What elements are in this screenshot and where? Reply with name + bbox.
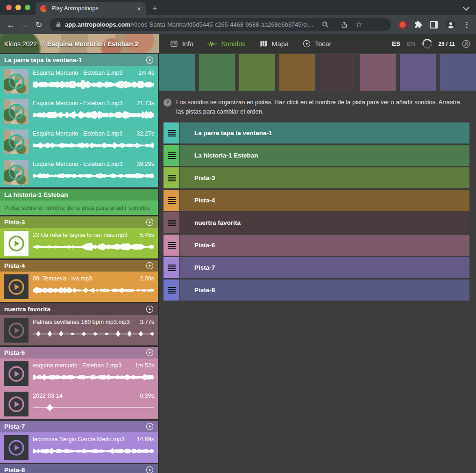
audio-clip[interactable]: 2022-03-14 0.39s (0, 389, 158, 419)
track-row-label: Pista-8 (194, 287, 215, 294)
reload-button[interactable]: ↻ (32, 21, 46, 29)
clip-thumbnail[interactable] (4, 361, 28, 386)
clip-thumbnail[interactable] (4, 274, 28, 299)
zoom-out-icon[interactable] (321, 21, 329, 29)
track-header[interactable]: Pista-3 (0, 216, 158, 228)
clip-play-icon (8, 322, 25, 339)
lang-es-button[interactable]: ES (392, 40, 400, 47)
waveform (33, 446, 154, 457)
lang-en-button[interactable]: EN (407, 40, 416, 47)
track-row[interactable]: Pista-4 (163, 190, 469, 211)
browser-profile-avatar[interactable] (446, 20, 456, 30)
maximize-window-button[interactable] (25, 5, 30, 10)
clip-thumbnail[interactable] (4, 129, 28, 154)
drag-handle[interactable] (163, 257, 179, 278)
track-row[interactable]: La parra tapa la ventana-1 (163, 122, 469, 143)
audio-clip[interactable]: 22 Ua reka te tagnia to rau niau.mp3 5.4… (0, 228, 158, 258)
track-header[interactable]: Pista-8 (0, 464, 158, 473)
track-header[interactable]: nuertra favorita (0, 303, 158, 315)
track-row[interactable]: nuertra favorita (163, 212, 469, 233)
drag-handle[interactable] (163, 122, 179, 143)
track-play-button[interactable] (146, 423, 154, 430)
sidebar-track-section: Pista-4 09. Temaeva - Iva.mp3 2.09s (0, 260, 158, 302)
track-row[interactable]: Pista-7 (163, 257, 469, 278)
track-body: lacrimosa Sergio García Merlo.mp3 14.69s (0, 432, 158, 463)
track-play-button[interactable] (146, 218, 154, 226)
track-row[interactable]: Pista-6 (163, 235, 469, 256)
share-icon[interactable] (341, 21, 348, 29)
bookmark-star-icon[interactable]: ☆ (355, 20, 362, 29)
tab-mapa[interactable]: Mapa (260, 40, 289, 48)
clip-thumbnail[interactable] (4, 392, 28, 416)
tab-close-icon[interactable]: × (137, 5, 141, 12)
track-row-bar[interactable]: Pista-3 (180, 167, 469, 188)
track-play-button[interactable] (146, 56, 154, 64)
drag-handle[interactable] (163, 167, 179, 188)
browser-menu-icon[interactable]: ⋮ (463, 21, 470, 29)
new-tab-button[interactable]: + (152, 4, 157, 13)
track-header[interactable]: Pista-6 (0, 347, 158, 358)
audio-clip[interactable]: lacrimosa Sergio García Merlo.mp3 14.69s (0, 432, 158, 463)
account-icon[interactable] (462, 39, 471, 49)
track-header[interactable]: La historia-1 Esteban (0, 189, 158, 201)
clip-thumbnail[interactable] (4, 99, 28, 124)
track-play-button[interactable] (146, 466, 154, 473)
clip-thumbnail[interactable] (4, 69, 28, 93)
track-row-bar[interactable]: La historia-1 Esteban (180, 145, 469, 166)
track-color-swatch (159, 54, 195, 91)
audio-clip[interactable]: Esquina Mercurio - Esteban 2.mp3 32.27s (0, 127, 158, 157)
tab-sonidos[interactable]: Sonidos (207, 40, 245, 48)
audio-clip[interactable]: Palmas sevillanas 160 bpm mp3.mp3 3.77s (0, 315, 158, 345)
track-row-bar[interactable]: Pista-8 (180, 280, 469, 301)
clip-thumbnail[interactable] (4, 435, 28, 460)
clip-duration: 39.29s (136, 161, 154, 167)
waveform (33, 372, 154, 383)
track-row[interactable]: La historia-1 Esteban (163, 145, 469, 166)
recording-indicator-icon[interactable] (400, 22, 405, 28)
drag-handle[interactable] (163, 212, 179, 233)
tab-info[interactable]: Info (170, 40, 193, 48)
audio-clip[interactable]: Esquina Mercurio - Esteban 2.mp3 1m 4s (0, 66, 158, 96)
address-bar[interactable]: app.antropoloops.com/Kleos-Santa-Marina/… (50, 18, 391, 31)
tab-search-chevron-icon[interactable] (463, 4, 469, 11)
track-row-bar[interactable]: La parra tapa la ventana-1 (180, 122, 469, 143)
track-header[interactable]: Pista-4 (0, 260, 158, 272)
drag-handle[interactable] (163, 280, 179, 301)
sidebar: La parra tapa la ventana-1 Esquina Mercu… (0, 53, 159, 473)
track-play-button[interactable] (146, 262, 154, 270)
track-row-bar[interactable]: Pista-6 (180, 235, 469, 256)
track-row-bar[interactable]: Pista-7 (180, 257, 469, 278)
audio-clip[interactable]: esquina mercurio : Esteban 2.mp3 1m 52s (0, 358, 158, 389)
clip-thumbnail[interactable] (4, 318, 28, 343)
track-header[interactable]: Pista-7 (0, 421, 158, 432)
drag-handle[interactable] (163, 190, 179, 211)
track-row-bar[interactable]: Pista-4 (180, 190, 469, 211)
clip-thumbnail[interactable] (4, 160, 28, 185)
track-row-bar[interactable]: nuertra favorita (180, 212, 469, 233)
track-row[interactable]: Pista-8 (163, 280, 469, 301)
help-text: Los sonidos se organizan en pistas. Haz … (176, 98, 466, 116)
forward-button[interactable]: → (18, 21, 32, 29)
clip-thumbnail[interactable] (4, 231, 28, 256)
track-order-list: La parra tapa la ventana-1 La historia-1… (163, 122, 469, 302)
breadcrumb[interactable]: Kleos 2022 // Esquina Mercurio / Esteban… (0, 34, 159, 53)
track-body: esquina mercurio : Esteban 2.mp3 1m 52s … (0, 358, 158, 419)
extensions-puzzle-icon[interactable] (414, 21, 422, 29)
minimize-window-button[interactable] (15, 5, 21, 10)
audio-clip[interactable]: Esquina Mercurio - Esteban 2.mp3 21.73s (0, 96, 158, 127)
drag-handle[interactable] (163, 235, 179, 256)
track-row[interactable]: Pista-3 (163, 167, 469, 188)
back-button[interactable]: ← (4, 21, 18, 29)
track-header[interactable]: La parra tapa la ventana-1 (0, 54, 158, 66)
browser-tab[interactable]: Play Antropoloops × (36, 2, 146, 15)
loading-spinner-icon (421, 37, 433, 50)
side-panel-icon[interactable] (430, 21, 438, 29)
audio-clip[interactable]: Esquina Mercurio - Esteban 2.mp3 39.29s (0, 157, 158, 187)
waveform (33, 79, 154, 90)
close-window-button[interactable] (6, 5, 12, 10)
track-play-button[interactable] (146, 349, 154, 357)
audio-clip[interactable]: 09. Temaeva - Iva.mp3 2.09s (0, 272, 158, 302)
drag-handle[interactable] (163, 145, 179, 166)
tab-tocar[interactable]: Tocar (303, 40, 331, 48)
track-play-button[interactable] (146, 305, 154, 313)
